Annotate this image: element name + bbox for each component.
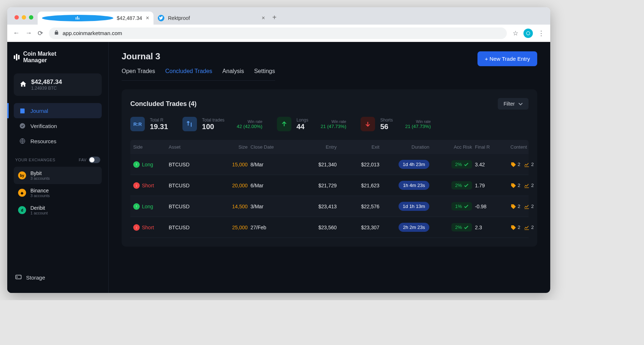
td-size: 14,500: [211, 204, 248, 209]
journal-icon: [19, 107, 26, 114]
brand-logo: Coin Market Manager: [14, 51, 102, 63]
stat-label: Longs: [296, 118, 308, 123]
svg-rect-2: [79, 18, 79, 20]
table-row[interactable]: ↓ Short BTCUSD 25,000 27/Feb $23,560 $23…: [130, 217, 529, 238]
exchange-logo-icon: d: [18, 206, 26, 214]
side-label: Short: [142, 225, 154, 230]
exchange-sub: 1 account: [30, 211, 48, 215]
star-icon[interactable]: ☆: [513, 29, 518, 37]
rr-icon: R:R: [130, 117, 145, 131]
close-window-button[interactable]: [14, 15, 19, 20]
table-row[interactable]: ↑ Long BTCUSD 15,000 8/Mar $21,340 $22,0…: [130, 154, 529, 175]
th-side: Side: [133, 144, 166, 150]
side-arrow-icon: ↓: [133, 182, 140, 189]
tab-analysis[interactable]: Analysis: [222, 68, 244, 80]
profile-avatar[interactable]: [523, 29, 533, 38]
table-body: ↑ Long BTCUSD 15,000 8/Mar $21,340 $22,0…: [130, 154, 529, 238]
check-icon: [464, 205, 468, 208]
td-entry: $21,729: [297, 183, 337, 188]
th-close-date: Close Date: [251, 144, 294, 150]
td-side: ↑ Long: [133, 203, 166, 210]
maximize-window-button[interactable]: [29, 15, 33, 20]
browser-tab-active[interactable]: $42,487.34 ×: [38, 12, 153, 25]
td-final-r: 3.42: [475, 162, 508, 167]
tag-icon: [510, 183, 516, 188]
stat-value: 44: [296, 123, 308, 131]
side-arrow-icon: ↑: [133, 161, 140, 168]
address-bar[interactable]: app.coinmarketman.com: [49, 27, 507, 39]
td-exit: $21,623: [340, 183, 379, 188]
tab-title: $42,487.34: [117, 15, 142, 21]
new-trade-entry-button[interactable]: + New Trade Entry: [477, 51, 537, 66]
exchange-sub: 3 accounts: [30, 193, 50, 198]
storage-icon: [15, 274, 22, 281]
svg-rect-1: [77, 16, 78, 20]
exchange-item[interactable]: ◈ Binance 3 accounts: [14, 184, 102, 201]
kebab-menu-icon[interactable]: ⋮: [538, 29, 544, 37]
exchange-item[interactable]: by Bybit 3 accounts: [14, 167, 102, 184]
tab-settings[interactable]: Settings: [254, 68, 275, 80]
chart-icon: [524, 162, 530, 167]
stat-total-r: R:R Total R 19.31: [130, 117, 168, 131]
sidebar-item-journal[interactable]: Journal: [14, 103, 102, 118]
tag-icon: [510, 204, 516, 209]
page-header: Journal 3 Open Trades Concluded Trades A…: [109, 42, 550, 81]
td-final-r: 2.3: [475, 225, 508, 230]
arrow-down-icon: [361, 117, 375, 131]
browser-tab-inactive[interactable]: Rektproof ×: [153, 12, 269, 25]
balance-card[interactable]: $42,487.34 1.24939 BTC: [14, 73, 102, 96]
tab-title: Rektproof: [168, 15, 190, 21]
td-entry: $23,560: [297, 225, 337, 230]
minimize-window-button[interactable]: [22, 15, 26, 20]
sidebar-item-resources[interactable]: Resources: [14, 133, 102, 149]
tab-favicon-app: [42, 15, 113, 21]
td-acc-risk: 2%: [432, 160, 472, 169]
table-header: Side Asset Size Close Date Entry Exit Du…: [130, 140, 529, 154]
swap-icon: [182, 117, 197, 131]
chart-icon: [524, 225, 530, 230]
forward-button[interactable]: →: [25, 29, 32, 37]
stat-rate-label: Win rate: [332, 119, 346, 124]
main-content: Journal 3 Open Trades Concluded Trades A…: [109, 42, 550, 293]
td-entry: $21,340: [297, 162, 337, 167]
stat-label: Shorts: [380, 118, 393, 123]
brand-icon: [14, 54, 20, 60]
sidebar-item-verification[interactable]: Verification: [14, 118, 102, 133]
td-exit: $22,576: [340, 204, 379, 209]
side-label: Short: [142, 183, 154, 188]
fav-toggle[interactable]: [89, 157, 100, 163]
tab-close-icon[interactable]: ×: [146, 15, 149, 21]
new-tab-button[interactable]: +: [269, 13, 279, 25]
td-content: 2 2: [510, 225, 550, 230]
td-duration: 1h 4m 23s: [382, 181, 429, 190]
td-final-r: 1.79: [475, 183, 508, 188]
svg-point-7: [17, 277, 18, 277]
stat-rate-label: Win rate: [416, 119, 431, 124]
nav-list: Journal Verification Resources: [14, 103, 102, 149]
browser-window: $42,487.34 × Rektproof × + ← → ⟳ app.coi…: [7, 7, 550, 293]
check-icon: [464, 184, 468, 187]
chevron-down-icon: [518, 101, 523, 107]
td-duration: 1d 4h 23m: [382, 160, 429, 169]
exchange-item[interactable]: d Deribit 1 account: [14, 201, 102, 219]
tab-open-trades[interactable]: Open Trades: [122, 68, 155, 80]
th-final-r: Final R: [475, 144, 508, 150]
table-row[interactable]: ↑ Long BTCUSD 14,500 3/Mar $23,413 $22,5…: [130, 196, 529, 217]
balance-btc: 1.24939 BTC: [31, 86, 62, 91]
exchange-logo-icon: by: [18, 171, 26, 179]
filter-button[interactable]: Filter: [498, 98, 529, 110]
th-size: Size: [211, 144, 248, 150]
reload-button[interactable]: ⟳: [38, 29, 43, 37]
stat-total-trades: Total trades 100 Win rate 42 (42.00%): [182, 117, 262, 131]
tab-close-icon[interactable]: ×: [262, 15, 265, 21]
back-button[interactable]: ←: [13, 29, 20, 37]
tag-icon: [510, 162, 516, 167]
td-close-date: 27/Feb: [251, 225, 294, 230]
svg-rect-0: [76, 17, 76, 20]
tab-concluded-trades[interactable]: Concluded Trades: [165, 68, 212, 80]
nav-label: Resources: [30, 138, 56, 144]
stat-rate-label: Win rate: [248, 119, 262, 124]
table-row[interactable]: ↓ Short BTCUSD 20,000 6/Mar $21,729 $21,…: [130, 175, 529, 196]
browser-toolbar: ← → ⟳ app.coinmarketman.com ☆ ⋮: [7, 25, 550, 42]
sidebar-item-storage[interactable]: Storage: [14, 271, 102, 284]
